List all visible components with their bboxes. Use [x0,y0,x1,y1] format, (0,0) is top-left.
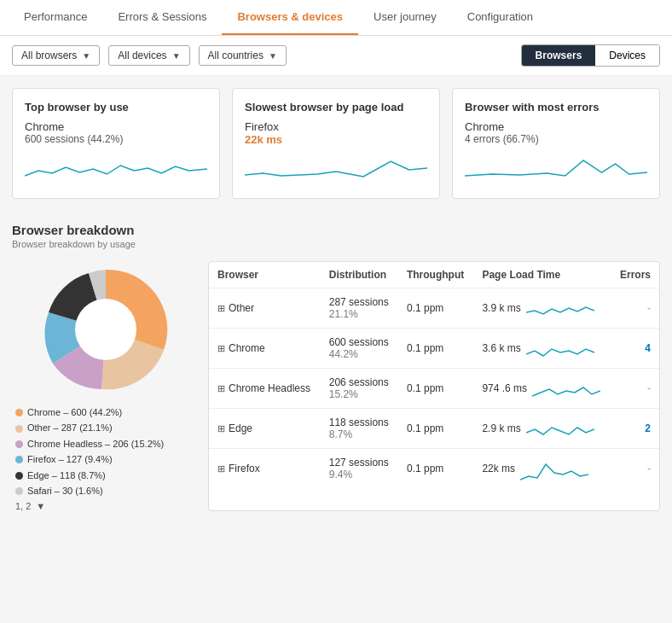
td-browser-2: ⊞ Chrome Headless [209,369,321,409]
legend-item-safari: Safari – 30 (1.6%) [15,485,196,498]
td-errors-0: - [611,288,659,329]
td-errors-4: - [611,449,659,489]
td-dist-0: 287 sessions 21.1% [321,288,398,329]
section-title: Browser breakdown [12,223,660,237]
table-row: ⊞ Chrome 600 sessions 44.2% 0.1 ppm 3.6 … [209,329,659,369]
td-load-2: 974 .6 ms [473,369,611,409]
td-dist-3: 118 sessions 8.7% [321,409,398,449]
th-throughput: Throughput [398,262,473,288]
card-chart-top-browser [25,152,207,185]
card-sessions-chrome: 600 sessions (44.2%) [25,133,207,145]
dist-pct-4: 9.4% [329,469,390,480]
filter-devices-label: All devices [118,49,166,61]
td-browser-1: ⊞ Chrome [209,329,321,369]
td-browser-0: ⊞ Other [209,288,321,329]
data-table-wrap: Browser Distribution Throughput Page Loa… [208,261,660,511]
summary-cards: Top browser by use Chrome 600 sessions (… [0,76,672,211]
card-chart-errors [465,152,647,185]
dist-sessions-0: 287 sessions [329,296,390,308]
td-load-4: 22k ms [473,449,611,489]
filter-devices[interactable]: All devices ▼ [108,45,189,66]
table-header-row: Browser Distribution Throughput Page Loa… [209,262,659,288]
td-dist-1: 600 sessions 44.2% [321,329,398,369]
legend-nav: 1, 2 ▼ [15,501,196,511]
card-browser-firefox: Firefox [245,120,427,133]
load-val-1: 3.6 k ms [482,342,520,354]
legend-item-edge: Edge – 118 (8.7%) [15,469,196,482]
card-browser-chrome-errors: Chrome [465,120,647,133]
legend-dot-edge [15,472,23,480]
tab-browsers-devices[interactable]: Browsers & devices [222,0,358,35]
browsers-toggle-button[interactable]: Browsers [522,45,596,66]
tab-errors-sessions[interactable]: Errors & Sessions [102,0,222,35]
card-value-slowest: 22k ms [245,133,427,146]
td-browser-4: ⊞ Firefox [209,449,321,489]
filter-browsers[interactable]: All browsers ▼ [12,45,100,66]
td-errors-2: - [611,369,659,409]
legend-label-safari: Safari – 30 (1.6%) [27,485,103,498]
chevron-down-icon: ▼ [269,51,277,61]
expand-icon-3[interactable]: ⊞ [217,423,225,434]
th-browser: Browser [209,262,321,288]
th-page-load: Page Load Time [473,262,611,288]
browser-table: Browser Distribution Throughput Page Loa… [209,262,659,488]
td-load-3: 2.9 k ms [473,409,611,449]
breakdown-content: Chrome – 600 (44.2%) Other – 287 (21.1%)… [12,261,660,511]
chevron-down-icon: ▼ [82,51,90,61]
expand-icon-1[interactable]: ⊞ [217,343,225,354]
legend-label-other: Other – 287 (21.1%) [27,422,113,434]
breakdown-section: Browser breakdown Browser breakdown by u… [0,211,672,523]
browser-name-4: Firefox [229,463,260,475]
legend-label-chrome-headless: Chrome Headless – 206 (15.2%) [27,438,164,451]
dist-sessions-1: 600 sessions [329,336,390,348]
card-chart-slowest [245,153,427,186]
filter-countries-label: All countries [208,49,264,61]
tab-performance[interactable]: Performance [9,0,102,35]
legend-dot-firefox [15,456,23,463]
card-top-browser: Top browser by use Chrome 600 sessions (… [12,88,220,199]
browser-name-1: Chrome [229,342,265,354]
dist-sessions-2: 206 sessions [329,376,390,388]
legend-item-firefox: Firefox – 127 (9.4%) [15,453,196,466]
legend-dot-chrome-headless [15,440,23,448]
load-val-3: 2.9 k ms [482,422,520,434]
tab-configuration[interactable]: Configuration [452,0,548,35]
td-throughput-3: 0.1 ppm [398,409,473,449]
expand-icon-0[interactable]: ⊞ [217,303,225,314]
load-val-2: 974 .6 ms [482,382,527,394]
top-tabs: Performance Errors & Sessions Browsers &… [0,0,672,36]
legend-label-edge: Edge – 118 (8.7%) [27,469,106,482]
legend-label-chrome: Chrome – 600 (44.2%) [27,406,122,419]
filters-bar: All browsers ▼ All devices ▼ All countri… [0,36,672,76]
load-val-4: 22k ms [482,463,515,475]
table-row: ⊞ Other 287 sessions 21.1% 0.1 ppm 3.9 k… [209,288,659,329]
td-throughput-2: 0.1 ppm [398,369,473,409]
legend-item-chrome: Chrome – 600 (44.2%) [15,406,196,419]
expand-icon-2[interactable]: ⊞ [217,383,225,394]
dist-pct-0: 21.1% [329,308,390,320]
browser-name-0: Other [229,302,254,314]
expand-icon-4[interactable]: ⊞ [217,463,225,475]
table-row: ⊞ Firefox 127 sessions 9.4% 0.1 ppm 22k … [209,449,659,489]
devices-toggle-button[interactable]: Devices [595,45,659,66]
view-toggle: Browsers Devices [521,44,660,67]
filter-countries[interactable]: All countries ▼ [199,45,287,66]
chevron-down-icon[interactable]: ▼ [36,501,45,511]
legend-dot-chrome [15,409,23,416]
chevron-down-icon: ▼ [172,51,181,61]
card-title-top-browser: Top browser by use [25,101,207,114]
table-row: ⊞ Chrome Headless 206 sessions 15.2% 0.1… [209,369,659,409]
td-load-1: 3.6 k ms [473,329,611,369]
dist-pct-2: 15.2% [329,388,390,400]
td-throughput-4: 0.1 ppm [398,449,473,489]
legend: Chrome – 600 (44.2%) Other – 287 (21.1%)… [12,406,200,511]
load-val-0: 3.9 k ms [482,302,520,314]
card-sessions-chrome-errors: 4 errors (66.7%) [465,133,647,145]
card-slowest-browser: Slowest browser by page load Firefox 22k… [232,88,440,199]
td-dist-4: 127 sessions 9.4% [321,449,398,489]
td-load-0: 3.9 k ms [473,288,611,329]
dist-sessions-4: 127 sessions [329,457,390,469]
td-errors-3: 2 [611,409,659,449]
tab-user-journey[interactable]: User journey [358,0,452,35]
td-errors-1: 4 [611,329,659,369]
